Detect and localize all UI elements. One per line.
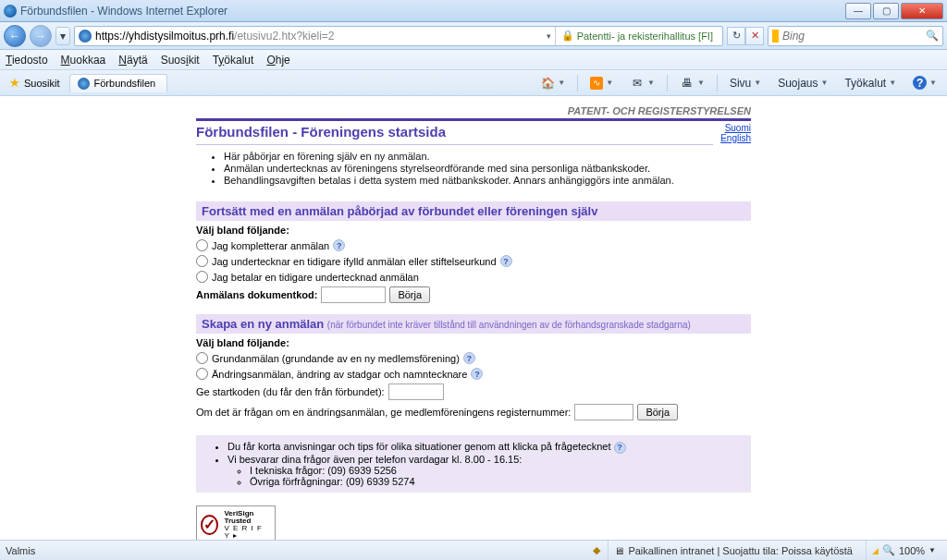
window-title: Förbundsfilen - Windows Internet Explore… (20, 5, 228, 18)
safety-menu[interactable]: Suojaus ▼ (771, 73, 834, 93)
window-maximize-button[interactable]: ▢ (873, 3, 899, 19)
print-icon: 🖶 (680, 76, 695, 91)
address-dropdown-icon[interactable]: ▾ (547, 31, 551, 41)
radio-grund-label: Grundanmälan (grundande av en ny medlems… (212, 353, 460, 364)
dockod-input[interactable] (321, 286, 386, 303)
sec2-start-button[interactable]: Börja (637, 404, 678, 420)
verisign-block: ✓ VeriSign Trusted V E R I F Y ▸ ABOUT S… (196, 505, 751, 541)
window-titlebar: Förbundsfilen - Windows Internet Explore… (0, 0, 947, 22)
site-identity-badge[interactable]: 🔒 Patentti- ja rekisterihallitus [FI] (555, 27, 719, 45)
help-icon[interactable]: ? (471, 368, 483, 380)
radio-sign-label: Jag undertecknar en tidigare ifylld anmä… (212, 256, 497, 267)
print-button[interactable]: 🖶▼ (673, 73, 711, 93)
zoom-dropdown-icon: ◢ (872, 546, 879, 555)
radio-pay[interactable] (196, 271, 208, 283)
zoom-icon: 🔍 (882, 544, 895, 556)
radio-andring-label: Ändringsanmälan, ändring av stadgar och … (212, 369, 467, 380)
help-icon[interactable]: ? (333, 239, 345, 251)
bing-icon (772, 30, 779, 43)
radio-grund[interactable] (196, 352, 208, 364)
search-icon[interactable]: 🔍 (926, 30, 939, 42)
status-zone-text: Paikallinen intranet | Suojattu tila: Po… (628, 545, 853, 556)
help-icon: ? (913, 76, 927, 90)
favorites-label: Suosikit (24, 78, 60, 89)
radio-sign[interactable] (196, 255, 208, 267)
verisign-check-icon: ✓ (201, 515, 218, 535)
tips-line2: Vi besvarar dina frågor även per telefon… (228, 454, 522, 465)
tab-favicon (78, 78, 90, 90)
menu-help[interactable]: Ohje (266, 54, 289, 67)
intro-item: Här påbörjar en förening själv en ny anm… (224, 151, 751, 162)
radio-complete[interactable] (196, 239, 208, 251)
mail-icon: ✉ (630, 76, 645, 91)
status-bar: Valmis ◆ 🖥 Paikallinen intranet | Suojat… (0, 540, 947, 560)
nav-forward-button[interactable]: → (30, 25, 52, 47)
menu-view[interactable]: Näytä (118, 54, 147, 67)
status-zone[interactable]: 🖥 Paikallinen intranet | Suojattu tila: … (608, 541, 858, 560)
sec1-choose-label: Välj bland följande: (196, 221, 751, 237)
tips-phone-tech: I tekniska frågor: (09) 6939 5256 (250, 465, 744, 476)
radio-complete-label: Jag kompletterar anmälan (212, 240, 329, 251)
sec2-title-text: Skapa en ny anmälan (202, 317, 324, 331)
help-icon[interactable]: ? (500, 255, 512, 267)
lock-icon: 🔒 (561, 30, 574, 42)
favorites-button[interactable]: ★ Suosikit (4, 74, 66, 91)
help-icon[interactable]: ? (463, 352, 475, 364)
lang-link-en[interactable]: English (720, 133, 751, 143)
readmail-button[interactable]: ✉▼ (623, 73, 661, 93)
intro-item: Behandlingsavgiften betalas i detta syst… (224, 175, 751, 186)
regnr-label: Om det är frågan om en ändringsanmälan, … (196, 407, 571, 418)
search-input[interactable] (782, 30, 922, 43)
sec2-hint: (när förbundet inte kräver tillstånd til… (327, 320, 691, 330)
nav-back-button[interactable]: ← (4, 25, 26, 47)
menu-bar: Tiedosto Muokkaa Näytä Suosikit Työkalut… (0, 50, 947, 70)
tips-line1: Du får korta anvisningar och tips för ol… (228, 441, 611, 452)
rss-icon: ∿ (590, 77, 603, 90)
sec1-start-button[interactable]: Börja (389, 286, 430, 303)
nav-history-dropdown[interactable]: ▾ (55, 27, 70, 45)
tips-phone-other: Övriga förfrågningar: (09) 6939 5274 (250, 476, 744, 487)
tips-box: Du får korta anvisningar och tips för ol… (196, 435, 751, 493)
agency-header: PATENT- OCH REGISTERSTYRELSEN (196, 103, 751, 118)
menu-tools[interactable]: Työkalut (213, 54, 254, 67)
menu-file[interactable]: Tiedosto (6, 54, 48, 67)
site-favicon (79, 30, 92, 43)
startcode-input[interactable] (388, 383, 444, 400)
home-button[interactable]: 🏠▼ (534, 73, 572, 93)
search-box[interactable]: 🔍 (768, 26, 943, 46)
help-button[interactable]: ?▼ (906, 73, 943, 93)
address-bar[interactable]: https://yhdistysilmoitus.prh.fi/etusivu2… (74, 26, 723, 46)
menu-edit[interactable]: Muokkaa (61, 54, 106, 67)
radio-pay-label: Jag betalar en tidigare undertecknad anm… (212, 272, 419, 283)
window-minimize-button[interactable]: — (845, 3, 871, 19)
feeds-button[interactable]: ∿▼ (584, 73, 620, 93)
status-addon-icon[interactable]: ◆ (593, 544, 600, 556)
menu-favorites[interactable]: Suosikit (161, 54, 200, 67)
intranet-icon: 🖥 (614, 545, 624, 556)
address-toolbar: ← → ▾ https://yhdistysilmoitus.prh.fi/et… (0, 22, 947, 50)
lang-link-fi[interactable]: Suomi (725, 123, 751, 133)
refresh-button[interactable]: ↻ (727, 27, 745, 45)
status-zoom[interactable]: ◢ 🔍 100% ▼ (866, 541, 941, 560)
tab-title: Förbundsfilen (94, 78, 156, 89)
intro-list: Här påbörjar en förening själv en ny anm… (196, 145, 751, 192)
window-close-button[interactable]: ✕ (901, 3, 943, 19)
star-icon: ★ (9, 76, 20, 90)
page-menu[interactable]: Sivu ▼ (723, 73, 768, 93)
intro-item: Anmälan undertecknas av föreningens styr… (224, 163, 751, 174)
command-bar: ★ Suosikit Förbundsfilen 🏠▼ ∿▼ ✉▼ 🖶▼ Siv… (0, 70, 947, 96)
sec2-choose-label: Välj bland följande: (196, 334, 751, 350)
chevron-down-icon: ▼ (929, 546, 936, 554)
regnr-input[interactable] (574, 404, 633, 420)
stop-button[interactable]: ✕ (745, 27, 764, 45)
help-icon[interactable]: ? (614, 442, 626, 454)
verisign-badge[interactable]: ✓ VeriSign Trusted V E R I F Y ▸ (196, 505, 276, 541)
content-viewport[interactable]: PATENT- OCH REGISTERSTYRELSEN Förbundsfi… (0, 96, 947, 540)
tools-menu[interactable]: Työkalut ▼ (838, 73, 903, 93)
section-continue-title: Fortsätt med en anmälan påbörjad av förb… (196, 201, 751, 221)
startcode-label: Ge startkoden (du får den från förbundet… (196, 386, 385, 397)
site-identity-text: Patentti- ja rekisterihallitus [FI] (577, 30, 713, 42)
home-icon: 🏠 (540, 76, 555, 91)
radio-andring[interactable] (196, 368, 208, 380)
browser-tab[interactable]: Förbundsfilen (69, 74, 168, 92)
